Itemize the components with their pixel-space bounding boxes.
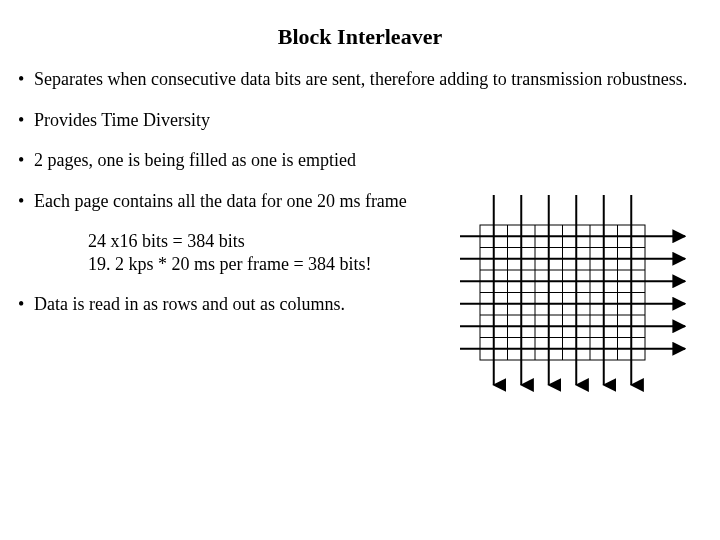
- bullet-item: 2 pages, one is being filled as one is e…: [18, 149, 702, 172]
- interleaver-diagram: [460, 195, 695, 395]
- grid-arrows-icon: [460, 195, 695, 395]
- bullet-list: Separates when consecutive data bits are…: [18, 68, 702, 212]
- bullet-item: Provides Time Diversity: [18, 109, 702, 132]
- bullet-item: Separates when consecutive data bits are…: [18, 68, 702, 91]
- page-title: Block Interleaver: [18, 24, 702, 50]
- slide: Block Interleaver Separates when consecu…: [0, 0, 720, 540]
